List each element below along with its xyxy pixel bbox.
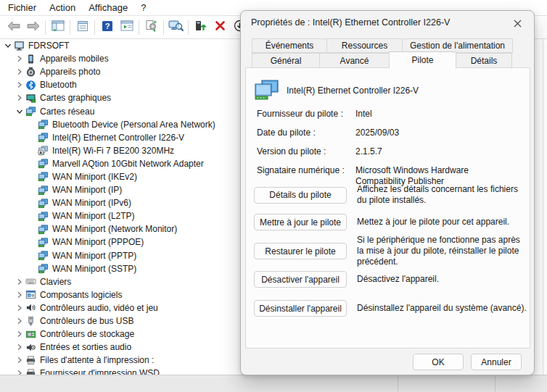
toolbar-separator [139,20,139,35]
tree-item-label: Appareils photo [40,67,100,77]
toolbar-separator [70,20,70,35]
driver-action-row: Détails du piloteAffichez les détails co… [254,184,527,206]
tree-item-label: Contrôleurs de stockage [40,329,134,339]
close-icon[interactable] [508,15,527,31]
printer-icon [25,355,36,366]
menu-item-action[interactable]: Action [43,1,82,14]
status-divider [495,376,495,392]
forward-button[interactable] [23,18,43,36]
console-tree-icon [52,20,65,35]
tree-item-label: Cartes réseau [40,107,94,117]
tab-row-back: ÉvénementsRessourcesGestion de l'aliment… [252,38,512,53]
tree-item-label: Entrées et sorties audio [40,342,131,352]
tree-item-label: WAN Miniport (IKEv2) [52,172,137,182]
action-pane-icon [120,20,133,35]
tree-item-label: Intel(R) Wi-Fi 7 BE200 320MHz [52,146,174,156]
properties-dialog: Propriétés de : Intel(R) Ethernet Contro… [240,10,535,375]
network-adapter-icon [253,78,281,103]
network-icon [37,250,49,261]
window-right-edge [543,38,543,375]
network-icon [37,119,49,130]
chevron-down-icon[interactable] [2,42,13,49]
toolbar-separator [94,20,95,35]
menu-item-affichage[interactable]: Affichage [82,1,134,14]
properties-button[interactable] [73,18,92,36]
back-button[interactable] [4,18,23,36]
menu-item-fichier[interactable]: Fichier [1,1,43,14]
action-pane-button[interactable] [117,18,136,36]
network-icon [37,224,49,235]
device-header: Intel(R) Ethernet Controller I226-V [253,78,419,103]
chevron-right-icon[interactable] [14,343,25,351]
tree-item-label: Files d'attente à l'impression : [40,355,154,365]
action-description: Si le périphérique ne fonctionne pas apr… [357,235,527,267]
tree-item-label: WAN Miniport (L2TP) [52,211,135,221]
chevron-right-icon[interactable] [14,55,25,62]
driver-fields: Fournisseur du pilote :IntelDate du pilo… [257,109,519,187]
chevron-right-icon[interactable] [14,317,25,325]
tree-item-label: Composants logiciels [40,290,122,300]
driver-details-button[interactable]: Détails du pilote [254,187,347,204]
action-description: Désinstallez l'appareil du système (avan… [357,303,527,314]
svg-text:?: ? [104,22,110,30]
tab-gestion-alimentation[interactable]: Gestion de l'alimentation [402,38,513,53]
disable-device-button[interactable]: Désactiver l'appareil [254,271,347,288]
tree-item-label: Bluetooth Device (Personal Area Network) [52,120,215,130]
bluetooth-icon [25,80,36,91]
tab-pilote[interactable]: Pilote [389,51,456,69]
tree-item-label: WAN Miniport (IPv6) [52,198,131,208]
driver-tab-panel: Intel(R) Ethernet Controller I226-V Four… [245,67,530,349]
search-computer-button[interactable] [166,18,186,36]
network-icon [37,158,49,169]
chevron-right-icon[interactable] [14,356,25,364]
roll-back-driver-button[interactable]: Restaurer le pilote [254,243,347,259]
usb-icon [25,316,36,327]
scan-hardware-changes-button[interactable] [141,18,161,36]
software-icon [25,289,36,300]
tree-item-label: FDRSOFT [28,41,70,51]
toolbar-separator [188,20,189,35]
network-icon [25,106,36,117]
tab-details[interactable]: Détails [456,53,512,68]
tab-ressources[interactable]: Ressources [326,38,403,53]
network-icon [37,237,49,248]
chevron-right-icon[interactable] [14,330,25,338]
update-driver-button[interactable] [191,18,210,36]
display-icon [25,93,36,104]
cancel-button[interactable]: Annuler [471,354,522,370]
audio-icon [25,302,36,313]
tree-item-label: Contrôleurs audio, vidéo et jeu [40,303,158,313]
chevron-right-icon[interactable] [14,304,25,312]
tree-item-label: WAN Miniport (IP) [52,185,122,195]
chevron-right-icon[interactable] [14,94,25,101]
chevron-right-icon[interactable] [14,81,25,88]
chevron-right-icon[interactable] [14,291,25,299]
network-icon [37,171,49,182]
tree-item-label: Bluetooth [40,80,77,90]
uninstall-device-button[interactable] [210,18,230,36]
chevron-right-icon[interactable] [14,278,25,285]
help-button[interactable]: ? [97,18,117,36]
tree-item-label: WAN Miniport (PPTP) [52,251,136,261]
tree-item-label: WAN Miniport (SSTP) [52,264,136,274]
update-driver-button[interactable]: Mettre à jour le pilote [254,214,347,230]
network-icon [37,132,49,143]
tree-item-label: Appareils mobiles [40,54,109,64]
network-icon [37,185,49,196]
uninstall-device-button[interactable]: Désinstaller l'appareil [254,300,347,317]
update-driver-icon [194,20,207,35]
mobile-icon [25,54,36,64]
computer-icon [13,41,25,51]
tab-evenements[interactable]: Événements [252,38,327,53]
chevron-right-icon[interactable] [14,68,25,75]
chevron-down-icon[interactable] [14,108,25,115]
field-value: Intel [355,109,519,120]
ok-button[interactable]: OK [413,354,464,370]
tree-item-label: Contrôleurs de bus USB [40,316,133,326]
field-value: 2025/09/03 [355,128,519,138]
show-hide-console-tree-button[interactable] [48,18,67,36]
tab-general[interactable]: Général [252,53,320,68]
tab-avance[interactable]: Avancé [319,53,390,68]
tab-row-front: GénéralAvancéPiloteDétails [252,53,511,68]
menu-item-help[interactable]: ? [134,1,152,14]
